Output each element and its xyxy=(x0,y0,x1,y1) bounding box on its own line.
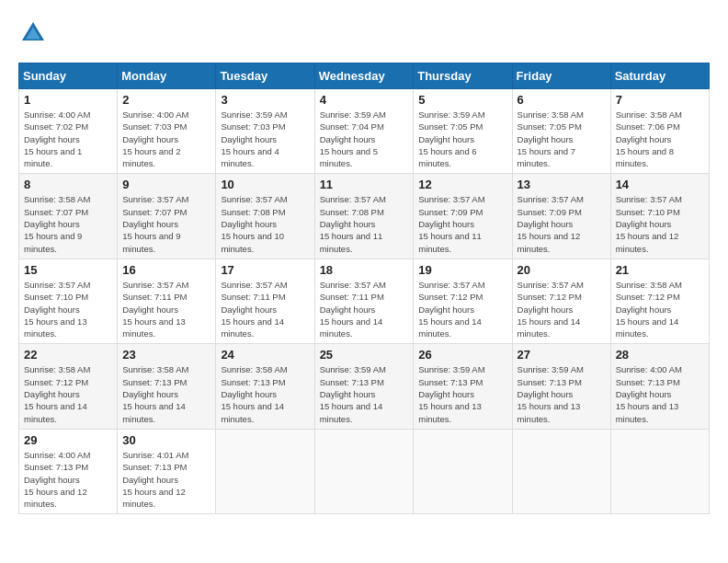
day-info: Sunrise: 4:01 AM Sunset: 7:13 PM Dayligh… xyxy=(122,449,210,510)
day-info: Sunrise: 4:00 AM Sunset: 7:13 PM Dayligh… xyxy=(616,363,704,424)
calendar-cell: 30 Sunrise: 4:01 AM Sunset: 7:13 PM Dayl… xyxy=(118,429,216,513)
day-number: 11 xyxy=(320,178,409,191)
day-info: Sunrise: 3:59 AM Sunset: 7:13 PM Dayligh… xyxy=(418,363,506,424)
day-number: 15 xyxy=(24,263,112,277)
calendar-cell: 29 Sunrise: 4:00 AM Sunset: 7:13 PM Dayl… xyxy=(19,429,118,513)
day-info: Sunrise: 3:59 AM Sunset: 7:03 PM Dayligh… xyxy=(221,109,309,169)
day-number: 4 xyxy=(320,93,409,107)
calendar-cell: 1 Sunrise: 4:00 AM Sunset: 7:02 PM Dayli… xyxy=(19,89,118,174)
day-number: 16 xyxy=(122,263,210,277)
calendar-cell xyxy=(216,429,314,513)
day-info: Sunrise: 3:58 AM Sunset: 7:12 PM Dayligh… xyxy=(616,279,704,339)
day-info: Sunrise: 4:00 AM Sunset: 7:02 PM Dayligh… xyxy=(24,109,112,169)
day-number: 2 xyxy=(122,93,210,107)
day-number: 7 xyxy=(616,93,704,107)
calendar-cell: 22 Sunrise: 3:58 AM Sunset: 7:12 PM Dayl… xyxy=(19,344,118,429)
day-number: 30 xyxy=(122,433,210,447)
day-info: Sunrise: 3:57 AM Sunset: 7:09 PM Dayligh… xyxy=(518,193,606,254)
header-saturday: Saturday xyxy=(610,63,709,89)
day-info: Sunrise: 3:57 AM Sunset: 7:12 PM Dayligh… xyxy=(518,279,606,339)
day-info: Sunrise: 3:58 AM Sunset: 7:07 PM Dayligh… xyxy=(24,193,112,254)
day-number: 24 xyxy=(221,348,309,362)
day-info: Sunrise: 3:59 AM Sunset: 7:13 PM Dayligh… xyxy=(518,363,606,424)
day-number: 8 xyxy=(24,178,112,191)
calendar-week-4: 22 Sunrise: 3:58 AM Sunset: 7:12 PM Dayl… xyxy=(19,344,710,429)
day-info: Sunrise: 3:59 AM Sunset: 7:13 PM Dayligh… xyxy=(320,363,409,424)
day-info: Sunrise: 3:58 AM Sunset: 7:13 PM Dayligh… xyxy=(122,363,210,424)
calendar-table: SundayMondayTuesdayWednesdayThursdayFrid… xyxy=(18,63,710,514)
day-number: 13 xyxy=(518,178,606,191)
calendar-cell: 4 Sunrise: 3:59 AM Sunset: 7:04 PM Dayli… xyxy=(314,89,414,174)
day-info: Sunrise: 3:58 AM Sunset: 7:06 PM Dayligh… xyxy=(616,109,704,169)
logo xyxy=(18,18,53,48)
day-number: 1 xyxy=(24,93,112,107)
day-number: 23 xyxy=(122,348,210,362)
day-number: 3 xyxy=(221,93,309,107)
calendar-cell: 27 Sunrise: 3:59 AM Sunset: 7:13 PM Dayl… xyxy=(512,344,610,429)
calendar-cell: 24 Sunrise: 3:58 AM Sunset: 7:13 PM Dayl… xyxy=(216,344,314,429)
day-info: Sunrise: 3:59 AM Sunset: 7:05 PM Dayligh… xyxy=(418,109,506,169)
header-tuesday: Tuesday xyxy=(216,63,314,89)
calendar-cell: 25 Sunrise: 3:59 AM Sunset: 7:13 PM Dayl… xyxy=(314,344,414,429)
calendar-cell: 20 Sunrise: 3:57 AM Sunset: 7:12 PM Dayl… xyxy=(512,259,610,343)
day-info: Sunrise: 3:57 AM Sunset: 7:11 PM Dayligh… xyxy=(221,279,309,339)
header-friday: Friday xyxy=(512,63,610,89)
day-number: 28 xyxy=(616,348,704,362)
header-sunday: Sunday xyxy=(19,63,118,89)
day-info: Sunrise: 3:57 AM Sunset: 7:08 PM Dayligh… xyxy=(320,193,409,254)
day-info: Sunrise: 3:57 AM Sunset: 7:09 PM Dayligh… xyxy=(418,193,506,254)
calendar-cell: 15 Sunrise: 3:57 AM Sunset: 7:10 PM Dayl… xyxy=(19,259,118,343)
day-number: 22 xyxy=(24,348,112,362)
day-info: Sunrise: 3:58 AM Sunset: 7:12 PM Dayligh… xyxy=(24,363,112,424)
calendar-cell: 17 Sunrise: 3:57 AM Sunset: 7:11 PM Dayl… xyxy=(216,259,314,343)
day-info: Sunrise: 3:57 AM Sunset: 7:12 PM Dayligh… xyxy=(418,279,506,339)
calendar-cell xyxy=(610,429,709,513)
day-number: 10 xyxy=(221,178,309,191)
day-number: 19 xyxy=(418,263,506,277)
day-number: 25 xyxy=(320,348,409,362)
calendar-header-row: SundayMondayTuesdayWednesdayThursdayFrid… xyxy=(19,63,710,89)
day-info: Sunrise: 3:57 AM Sunset: 7:11 PM Dayligh… xyxy=(320,279,409,339)
day-number: 6 xyxy=(518,93,606,107)
calendar-cell: 7 Sunrise: 3:58 AM Sunset: 7:06 PM Dayli… xyxy=(610,89,709,174)
calendar-week-1: 1 Sunrise: 4:00 AM Sunset: 7:02 PM Dayli… xyxy=(19,89,710,174)
day-number: 29 xyxy=(24,433,112,447)
calendar-cell: 10 Sunrise: 3:57 AM Sunset: 7:08 PM Dayl… xyxy=(216,174,314,259)
day-number: 9 xyxy=(122,178,210,191)
day-info: Sunrise: 3:57 AM Sunset: 7:10 PM Dayligh… xyxy=(616,193,704,254)
calendar-cell xyxy=(314,429,414,513)
calendar-cell: 9 Sunrise: 3:57 AM Sunset: 7:07 PM Dayli… xyxy=(118,174,216,259)
calendar-week-5: 29 Sunrise: 4:00 AM Sunset: 7:13 PM Dayl… xyxy=(19,429,710,513)
calendar-cell: 12 Sunrise: 3:57 AM Sunset: 7:09 PM Dayl… xyxy=(414,174,512,259)
day-number: 14 xyxy=(616,178,704,191)
day-number: 20 xyxy=(518,263,606,277)
day-number: 21 xyxy=(616,263,704,277)
day-number: 26 xyxy=(418,348,506,362)
calendar-cell: 16 Sunrise: 3:57 AM Sunset: 7:11 PM Dayl… xyxy=(118,259,216,343)
calendar-cell: 3 Sunrise: 3:59 AM Sunset: 7:03 PM Dayli… xyxy=(216,89,314,174)
page-header xyxy=(18,18,710,48)
header-thursday: Thursday xyxy=(414,63,512,89)
calendar-cell: 5 Sunrise: 3:59 AM Sunset: 7:05 PM Dayli… xyxy=(414,89,512,174)
calendar-cell: 14 Sunrise: 3:57 AM Sunset: 7:10 PM Dayl… xyxy=(610,174,709,259)
calendar-cell: 11 Sunrise: 3:57 AM Sunset: 7:08 PM Dayl… xyxy=(314,174,414,259)
day-number: 12 xyxy=(418,178,506,191)
calendar-cell: 19 Sunrise: 3:57 AM Sunset: 7:12 PM Dayl… xyxy=(414,259,512,343)
calendar-cell: 21 Sunrise: 3:58 AM Sunset: 7:12 PM Dayl… xyxy=(610,259,709,343)
day-number: 18 xyxy=(320,263,409,277)
calendar-cell: 2 Sunrise: 4:00 AM Sunset: 7:03 PM Dayli… xyxy=(118,89,216,174)
calendar-week-3: 15 Sunrise: 3:57 AM Sunset: 7:10 PM Dayl… xyxy=(19,259,710,343)
header-wednesday: Wednesday xyxy=(314,63,414,89)
day-number: 5 xyxy=(418,93,506,107)
day-info: Sunrise: 3:58 AM Sunset: 7:13 PM Dayligh… xyxy=(221,363,309,424)
day-number: 27 xyxy=(518,348,606,362)
calendar-cell: 28 Sunrise: 4:00 AM Sunset: 7:13 PM Dayl… xyxy=(610,344,709,429)
calendar-cell: 18 Sunrise: 3:57 AM Sunset: 7:11 PM Dayl… xyxy=(314,259,414,343)
calendar-cell xyxy=(414,429,512,513)
logo-icon xyxy=(18,18,48,48)
day-info: Sunrise: 3:58 AM Sunset: 7:05 PM Dayligh… xyxy=(518,109,606,169)
day-number: 17 xyxy=(221,263,309,277)
calendar-week-2: 8 Sunrise: 3:58 AM Sunset: 7:07 PM Dayli… xyxy=(19,174,710,259)
day-info: Sunrise: 3:57 AM Sunset: 7:10 PM Dayligh… xyxy=(24,279,112,339)
day-info: Sunrise: 4:00 AM Sunset: 7:03 PM Dayligh… xyxy=(122,109,210,169)
